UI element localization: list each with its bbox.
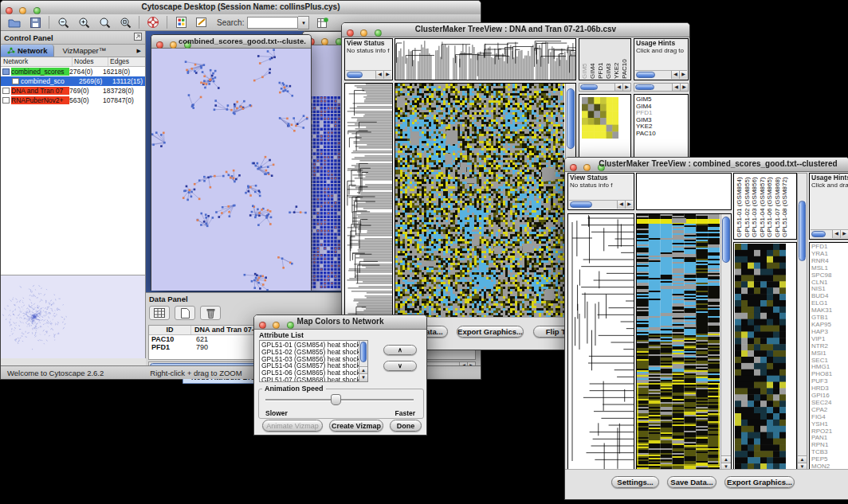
heatmap-pane-global[interactable]: ▲ ▼ — [395, 83, 576, 319]
treeview-button[interactable]: Export Graphics... — [457, 326, 524, 338]
scroll-right-icon[interactable]: ▶ — [383, 71, 391, 79]
heatmap-pane-zoom[interactable] — [733, 242, 797, 471]
scroll-left-icon[interactable]: ◀ — [614, 84, 622, 91]
new-doc-icon[interactable] — [175, 306, 195, 320]
search-input[interactable] — [247, 17, 298, 29]
col-nodes[interactable]: Nodes — [73, 57, 108, 66]
close-button[interactable] — [156, 41, 163, 49]
gene-label[interactable]: PAC10 — [636, 131, 686, 138]
network1-titlebar[interactable]: combined_scores_good.txt--cluste... — [151, 35, 311, 49]
tab-overflow-arrow[interactable]: ▶ — [133, 45, 145, 57]
save-icon[interactable] — [25, 15, 45, 29]
vizmapper-icon[interactable] — [171, 15, 191, 29]
treeviewC-titlebar[interactable]: ClusterMaker TreeView : combined_scores_… — [565, 158, 848, 172]
col-edges[interactable]: Edges — [108, 57, 145, 66]
row-dendrogram-canvas[interactable] — [568, 214, 634, 471]
zoom-button[interactable] — [33, 7, 41, 14]
minimize-button[interactable] — [19, 7, 26, 14]
scroll-down-icon[interactable]: ▼ — [359, 373, 367, 381]
array-label[interactable]: YKE2 — [613, 40, 620, 79]
close-button[interactable] — [259, 322, 266, 329]
network-list-row[interactable]: RNAPuberNov2+ 563(0) 107847(0) — [1, 96, 145, 105]
network-list-row[interactable]: DNA and Tran 07 769(0) 183728(0) — [1, 86, 145, 96]
network-list-row[interactable]: combined_scores 2764(0) 16218(0) — [1, 67, 145, 76]
array-label[interactable]: PAC10 — [621, 40, 628, 79]
tab-vizmapper[interactable]: VizMapper™ — [54, 45, 114, 57]
zoom-selected-icon[interactable] — [94, 15, 115, 29]
network-overview-panel[interactable] — [1, 275, 145, 358]
zoom-button[interactable] — [375, 29, 382, 37]
speed-slider-thumb[interactable] — [331, 394, 341, 405]
usage-hints-hscrollbar[interactable]: ◀ ▶ — [811, 229, 848, 238]
gene-labels-hscrollbar[interactable]: ◀ ▶ — [634, 83, 689, 92]
treeview-button[interactable]: Save Data... — [667, 476, 716, 488]
close-button[interactable] — [570, 164, 577, 171]
scroll-left-icon[interactable]: ◀ — [672, 84, 680, 91]
scroll-right-icon[interactable]: ▶ — [840, 230, 848, 238]
network1-canvas[interactable] — [151, 49, 311, 291]
view-status-hscrollbar[interactable]: ◀ ▶ — [346, 70, 391, 79]
open-icon[interactable] — [4, 15, 25, 29]
dialog-button[interactable]: Create Vizmap — [329, 420, 383, 432]
move-down-button[interactable]: ∨ — [383, 361, 417, 371]
row-dendrogram-canvas[interactable] — [345, 84, 392, 318]
similarity-matrix-canvas[interactable] — [582, 97, 618, 139]
attribute-list-vscrollbar[interactable]: ▲ ▼ — [359, 341, 367, 381]
heatmap-pane-global[interactable]: ▲ ▼ — [636, 213, 732, 471]
scroll-left-icon[interactable]: ◀ — [671, 71, 679, 79]
scroll-right-icon[interactable]: ▶ — [622, 84, 630, 91]
zoom-in-icon[interactable] — [73, 15, 94, 29]
column-dendrogram-pane[interactable] — [636, 173, 732, 210]
close-button[interactable] — [347, 29, 354, 37]
minimize-button[interactable] — [273, 322, 280, 329]
network-overview-canvas[interactable] — [1, 275, 144, 357]
tab-network[interactable]: Network — [1, 45, 54, 57]
array-label[interactable]: GPL51-02 (GSM855) — [744, 175, 751, 237]
treeview-button[interactable]: Settings... — [611, 476, 659, 488]
usage-hints-hscrollbar[interactable]: ◀ ▶ — [635, 70, 687, 79]
treeviewB-titlebar[interactable]: ClusterMaker TreeView : DNA and Tran 07-… — [342, 23, 689, 37]
id-column-header[interactable]: ID — [149, 326, 191, 334]
dialog-titlebar[interactable]: Map Colors to Network — [254, 315, 426, 330]
float-panel-icon[interactable] — [134, 33, 142, 42]
annotation-icon[interactable] — [191, 15, 212, 29]
heatmap-canvas[interactable] — [395, 84, 564, 318]
treeview-button[interactable]: Export Graphics... — [724, 476, 795, 488]
array-label[interactable]: PFD1 — [597, 40, 604, 79]
scroll-left-icon[interactable]: ◀ — [375, 71, 383, 79]
help-lifering-icon[interactable] — [143, 15, 163, 29]
array-label[interactable]: GPL51-03 (GSM856) — [751, 175, 758, 237]
row-dendrogram-pane[interactable] — [344, 83, 393, 319]
col-network[interactable]: Network — [1, 57, 73, 66]
row-dendrogram-pane[interactable] — [567, 213, 634, 471]
attribute-browser-icon[interactable] — [312, 15, 333, 29]
heatmap-vscrollbar[interactable]: ▲ ▼ — [720, 214, 731, 471]
trash-icon[interactable] — [200, 306, 221, 320]
scroll-left-icon[interactable]: ◀ — [832, 230, 840, 238]
array-label[interactable]: GPL51-01 (GSM854) — [736, 175, 743, 237]
main-titlebar[interactable]: Cytoscape Desktop (Session Name: collins… — [1, 1, 481, 15]
array-label[interactable]: GPL51-07 (GSM868) — [774, 175, 781, 237]
zoom-fit-icon[interactable] — [115, 15, 135, 29]
zoom-out-icon[interactable] — [53, 15, 73, 29]
view-status-hscrollbar[interactable]: ◀ ▶ — [569, 200, 633, 209]
array-label[interactable]: GIM3 — [605, 40, 612, 79]
scroll-right-icon[interactable]: ▶ — [625, 201, 633, 209]
array-label[interactable]: GPL51-06 (GSM865) — [766, 175, 773, 237]
heatmap-canvas[interactable] — [637, 214, 720, 471]
array-label[interactable]: GPL51-04 (GSM857) — [759, 175, 766, 237]
minimize-button[interactable] — [170, 41, 177, 49]
column-dendrogram-canvas[interactable] — [395, 39, 575, 80]
minimize-button[interactable] — [321, 38, 328, 45]
zoom-heatmap-canvas[interactable] — [735, 244, 786, 470]
network-list-row[interactable]: combined_sco 2569(6) 13112(15) — [1, 76, 145, 86]
column-dendrogram-pane[interactable] — [395, 38, 576, 80]
table-icon[interactable] — [149, 306, 170, 320]
array-label[interactable]: GIM4 — [589, 40, 596, 79]
attribute-list-item[interactable]: GPL51-07 (GSM868) heat shock 60 min — [261, 377, 366, 382]
dialog-button[interactable]: Animate Vizmap — [262, 420, 323, 432]
scroll-right-icon[interactable]: ▶ — [679, 71, 687, 79]
move-up-button[interactable]: ∧ — [383, 345, 417, 355]
labels-vscrollbar[interactable]: ▲ ▼ — [797, 173, 807, 471]
minimize-button[interactable] — [583, 164, 591, 171]
